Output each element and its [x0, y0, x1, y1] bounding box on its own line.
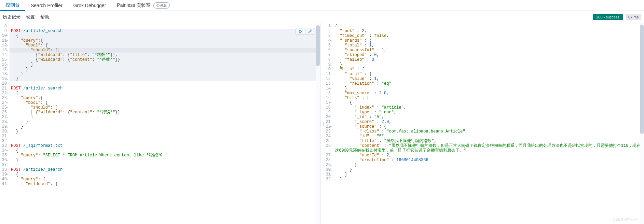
request-line[interactable]: ]	[10, 62, 320, 67]
response-line[interactable]: "total" : {	[333, 72, 644, 76]
response-line[interactable]: "userId" : 2,	[333, 153, 644, 158]
fold-toggle[interactable]: ▾	[6, 96, 8, 101]
response-line[interactable]: "createTime" : 1669014408366	[333, 158, 644, 163]
response-line[interactable]: "_index" : "article",	[333, 105, 644, 110]
fold-toggle[interactable]: ▾	[330, 101, 332, 106]
request-line[interactable]: "bool": {	[10, 100, 320, 105]
request-line[interactable]: "should": [	[10, 105, 320, 110]
fold-toggle[interactable]: ▾	[6, 177, 8, 182]
request-line[interactable]: "should": [|	[10, 48, 320, 53]
request-line[interactable]	[10, 24, 320, 29]
fold-toggle[interactable]: ▴	[330, 62, 332, 67]
fold-toggle[interactable]: ▾	[6, 48, 8, 53]
fold-toggle[interactable]: ▴	[6, 115, 8, 120]
response-line[interactable]: }	[333, 163, 644, 167]
fold-toggle[interactable]: ▴	[330, 177, 332, 182]
fold-toggle[interactable]: ▴	[330, 163, 332, 168]
history-link[interactable]: 历史记录	[3, 14, 20, 20]
response-scrollbar[interactable]	[640, 23, 644, 224]
request-line[interactable]: POST /_sql?format=txt	[10, 143, 320, 148]
request-line[interactable]: POST /article/_search	[10, 29, 320, 33]
response-line[interactable]: "_class" : "com.fast.alibaba.beans.Artic…	[333, 129, 644, 134]
response-line[interactable]: "title" : "虽然我不懂他行骗的路数",	[333, 139, 644, 143]
request-line[interactable]: {	[10, 91, 320, 96]
tab-search-profiler[interactable]: Search Profiler	[25, 1, 68, 10]
fold-toggle[interactable]: ▾	[6, 106, 8, 110]
request-line[interactable]: "query":{	[10, 96, 320, 100]
response-line[interactable]: "successful" : 1,	[333, 48, 644, 53]
request-line[interactable]: }	[10, 67, 320, 72]
request-line[interactable]: }	[10, 76, 320, 81]
request-line[interactable]: POST /article/_search	[10, 167, 320, 172]
response-line[interactable]: "hits" : {	[333, 67, 644, 72]
request-options-button[interactable]	[305, 28, 315, 34]
response-line[interactable]: ]	[333, 172, 644, 177]
tab-grok-debugger[interactable]: Grok Debugger	[68, 1, 112, 10]
fold-toggle[interactable]: ▴	[6, 72, 8, 77]
help-link[interactable]: 帮助	[40, 14, 49, 20]
response-line[interactable]: "content" : "虽然我不懂他行骗的路数，但是正常人转错了钱肯定会很积极…	[333, 143, 644, 153]
response-line[interactable]: "timed_out" : false,	[333, 33, 644, 38]
fold-toggle[interactable]: ▴	[6, 62, 8, 67]
fold-toggle[interactable]: ▾	[6, 149, 8, 153]
request-line[interactable]: {	[10, 172, 320, 177]
request-line[interactable]: | "wildcard": {	[10, 182, 320, 186]
pane-divider[interactable]: ❘❘	[320, 23, 324, 224]
response-line[interactable]: "took" : 2,	[333, 29, 644, 33]
response-line[interactable]: "max_score" : 2.0,	[333, 91, 644, 96]
fold-toggle[interactable]: ▾	[6, 182, 8, 187]
fold-toggle[interactable]: ▾	[330, 39, 332, 43]
response-line[interactable]: "id" : "5",	[333, 134, 644, 139]
request-editor[interactable]: 8910▾11▾12▾13▾141516▴17▴18▴19▴202122▾23▾…	[0, 23, 320, 224]
response-line[interactable]: {	[333, 24, 644, 29]
request-line[interactable]: {	[10, 33, 320, 38]
request-line[interactable]: "query": "SELECT * FROM article Where co…	[10, 153, 320, 158]
fold-toggle[interactable]: ▾	[330, 24, 332, 29]
fold-toggle[interactable]: ▾	[6, 34, 8, 39]
fold-toggle[interactable]: ▾	[330, 72, 332, 77]
request-line[interactable]: }	[10, 129, 320, 134]
fold-toggle[interactable]: ▴	[6, 125, 8, 129]
response-editor[interactable]: 1▾234▾56789▴10▾11▾121314▴1516▾17▾1819202…	[324, 23, 644, 224]
response-line[interactable]: "_id" : "5",	[333, 115, 644, 120]
request-line[interactable]	[10, 81, 320, 86]
response-line[interactable]: "_score" : 2.0,	[333, 120, 644, 124]
request-line[interactable]: "bool": {	[10, 43, 320, 48]
response-line[interactable]: },	[333, 62, 644, 67]
response-line[interactable]: "value" : 1,	[333, 76, 644, 81]
request-line[interactable]: ]	[10, 115, 320, 120]
tab-painless-lab[interactable]: Painless 实验室 公测版	[111, 0, 175, 11]
fold-toggle[interactable]: ▾	[330, 125, 332, 129]
response-line[interactable]: "hits" : [	[333, 96, 644, 100]
response-line[interactable]: }	[333, 167, 644, 172]
fold-toggle[interactable]: ▴	[6, 120, 8, 125]
response-line[interactable]: },	[333, 86, 644, 91]
response-line[interactable]: {	[333, 100, 644, 105]
response-line[interactable]: "_type" : "_doc",	[333, 110, 644, 115]
request-line[interactable]	[10, 139, 320, 143]
request-line[interactable]: {"wildcard": {"title": "*路数*"}},	[10, 53, 320, 57]
tab-console[interactable]: 控制台	[0, 0, 25, 11]
settings-link[interactable]: 设置	[26, 14, 35, 20]
response-line[interactable]: "skipped" : 0,	[333, 53, 644, 57]
fold-toggle[interactable]: ▾	[6, 91, 8, 96]
request-line[interactable]: "query": {	[10, 177, 320, 182]
fold-toggle[interactable]: ▴	[6, 67, 8, 72]
fold-toggle[interactable]: ▾	[330, 96, 332, 101]
fold-toggle[interactable]: ▾	[6, 39, 8, 43]
request-line[interactable]: {	[10, 148, 320, 153]
fold-toggle[interactable]: ▾	[6, 101, 8, 106]
fold-toggle[interactable]: ▴	[6, 77, 8, 82]
fold-toggle[interactable]: ▾	[330, 67, 332, 72]
request-scrollbar[interactable]	[316, 23, 320, 224]
request-line[interactable]	[10, 134, 320, 139]
response-line[interactable]: "failed" : 0	[333, 57, 644, 62]
run-button[interactable]	[296, 29, 305, 34]
fold-toggle[interactable]: ▴	[330, 168, 332, 172]
fold-toggle[interactable]: ▴	[6, 129, 8, 134]
request-line[interactable]	[10, 163, 320, 167]
fold-toggle[interactable]: ▾	[6, 172, 8, 177]
request-line[interactable]: }	[10, 120, 320, 124]
request-line[interactable]: }	[10, 158, 320, 163]
fold-toggle[interactable]: ▴	[330, 86, 332, 91]
